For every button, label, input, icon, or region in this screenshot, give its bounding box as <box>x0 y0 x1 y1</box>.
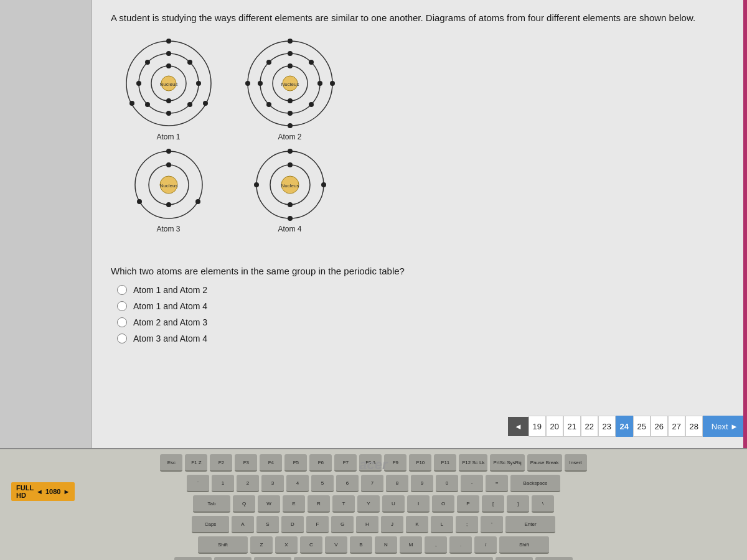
next-button[interactable]: Next ► <box>703 416 747 437</box>
key-a[interactable]: A <box>232 516 254 533</box>
page-num-21[interactable]: 21 <box>563 416 581 437</box>
key-s[interactable]: S <box>256 516 279 533</box>
key-n[interactable]: N <box>375 536 397 554</box>
key-backspace[interactable]: Backspace <box>510 475 560 492</box>
key-x[interactable]: X <box>275 536 298 554</box>
key-4[interactable]: 4 <box>286 475 309 492</box>
key-o[interactable]: O <box>432 495 454 513</box>
key-z[interactable]: Z <box>250 536 273 554</box>
page-num-23[interactable]: 23 <box>598 416 616 437</box>
key-q[interactable]: Q <box>233 495 255 513</box>
key-3[interactable]: 3 <box>261 475 284 492</box>
key-t[interactable]: T <box>332 495 355 513</box>
key-insert[interactable]: Insert <box>565 454 587 472</box>
key-f[interactable]: F <box>306 516 329 533</box>
radio-opt1[interactable] <box>117 285 127 295</box>
key-alt[interactable]: Alt <box>496 557 533 560</box>
key-l[interactable]: L <box>431 516 453 533</box>
key-f10[interactable]: F10 <box>409 454 431 472</box>
page-num-27[interactable]: 27 <box>668 416 685 437</box>
key--[interactable]: - <box>461 475 483 492</box>
option-2-label: Atom 1 and Atom 4 <box>133 301 207 311</box>
key-w[interactable]: W <box>258 495 280 513</box>
key-esc[interactable]: Esc <box>160 454 182 472</box>
option-4[interactable]: Atom 3 and Atom 4 <box>117 334 728 343</box>
option-3-label: Atom 2 and Atom 3 <box>133 317 207 327</box>
page-num-28[interactable]: 28 <box>685 416 703 437</box>
key-9[interactable]: 9 <box>411 475 433 492</box>
key-tab[interactable]: Tab <box>193 495 230 513</box>
option-2[interactable]: Atom 1 and Atom 4 <box>117 301 728 311</box>
radio-opt4[interactable] <box>117 334 127 343</box>
key-enter[interactable]: Enter <box>505 516 555 533</box>
key-m[interactable]: M <box>400 536 422 554</box>
key-f12-sc-lk[interactable]: F12 Sc Lk <box>459 454 487 472</box>
key-d[interactable]: D <box>281 516 304 533</box>
key-e[interactable]: E <box>283 495 305 513</box>
key-p[interactable]: P <box>457 495 479 513</box>
key-][interactable]: ] <box>507 495 529 513</box>
key-f9[interactable]: F9 <box>384 454 406 472</box>
key-/[interactable]: / <box>474 536 497 554</box>
key-.[interactable]: . <box>449 536 472 554</box>
key-fn[interactable]: Fn <box>214 557 251 560</box>
key-shift[interactable]: Shift <box>198 536 248 554</box>
key-g[interactable]: G <box>331 516 354 533</box>
key-f6[interactable]: F6 <box>309 454 332 472</box>
key-pause-break[interactable]: Pause Break <box>527 454 562 472</box>
radio-opt2[interactable] <box>117 301 127 311</box>
key-u[interactable]: U <box>382 495 405 513</box>
page-num-22[interactable]: 22 <box>581 416 598 437</box>
key-ctrl[interactable]: Ctrl <box>535 557 573 560</box>
page-num-26[interactable]: 26 <box>651 416 668 437</box>
radio-opt3[interactable] <box>117 317 127 327</box>
key-f5[interactable]: F5 <box>284 454 307 472</box>
svg-text:Nucleus: Nucleus <box>281 183 299 189</box>
key-[[interactable]: [ <box>482 495 504 513</box>
key-c[interactable]: C <box>300 536 322 554</box>
key-ctrl[interactable]: Ctrl <box>174 557 212 560</box>
key-'[interactable]: ' <box>481 516 503 533</box>
key-f4[interactable]: F4 <box>260 454 282 472</box>
key-,[interactable]: , <box>425 536 447 554</box>
key-y[interactable]: Y <box>357 495 380 513</box>
key-8[interactable]: 8 <box>386 475 408 492</box>
page-num-24[interactable]: 24 <box>616 416 633 437</box>
key-f2[interactable]: F2 <box>210 454 232 472</box>
key-;[interactable]: ; <box>456 516 478 533</box>
key-f7[interactable]: F7 <box>334 454 357 472</box>
prev-button[interactable]: ◄ <box>508 417 529 436</box>
key-v[interactable]: V <box>325 536 347 554</box>
key-prtsc-sysrq[interactable]: PrtSc SysRq <box>490 454 524 472</box>
key-h[interactable]: H <box>356 516 378 533</box>
key-6[interactable]: 6 <box>336 475 359 492</box>
page-num-20[interactable]: 20 <box>546 416 563 437</box>
key-b[interactable]: B <box>350 536 372 554</box>
page-num-19[interactable]: 19 <box>529 416 546 437</box>
key-j[interactable]: J <box>381 516 403 533</box>
key-`[interactable]: ` <box>187 475 209 492</box>
key-f1-z[interactable]: F1 Z <box>185 454 207 472</box>
option-3[interactable]: Atom 2 and Atom 3 <box>117 317 728 327</box>
page-num-25[interactable]: 25 <box>633 416 651 437</box>
key-i[interactable]: I <box>407 495 430 513</box>
key-alt[interactable]: Alt <box>254 557 291 560</box>
key-=[interactable]: = <box>486 475 508 492</box>
key-shift[interactable]: Shift <box>499 536 549 554</box>
key-caps[interactable]: Caps <box>192 516 229 533</box>
key-7[interactable]: 7 <box>361 475 383 492</box>
key-r[interactable]: R <box>308 495 330 513</box>
key-k[interactable]: K <box>406 516 428 533</box>
key-\[interactable]: \ <box>532 495 554 513</box>
key-2[interactable]: 2 <box>237 475 259 492</box>
svg-point-9 <box>166 51 171 56</box>
key-5[interactable]: 5 <box>311 475 334 492</box>
key-f3[interactable]: F3 <box>235 454 257 472</box>
svg-point-51 <box>288 202 293 207</box>
option-1[interactable]: Atom 1 and Atom 2 <box>117 285 728 295</box>
key-space[interactable]: Space <box>294 557 493 560</box>
key-1[interactable]: 1 <box>212 475 234 492</box>
key-f11[interactable]: F11 <box>434 454 456 472</box>
key-0[interactable]: 0 <box>436 475 458 492</box>
svg-point-28 <box>288 111 293 116</box>
